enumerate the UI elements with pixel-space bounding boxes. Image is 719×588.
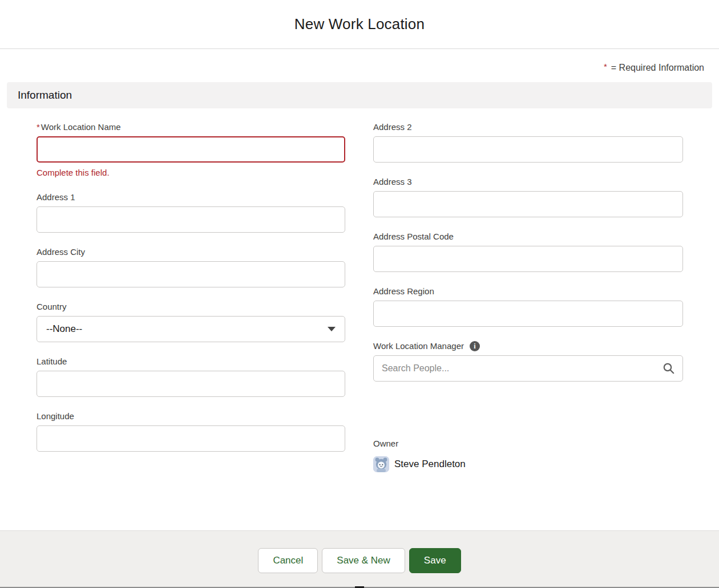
form-right-column: Address 2 Address 3 Address Postal Code … <box>373 122 683 472</box>
section-information: Information <box>7 82 712 108</box>
field-address3: Address 3 <box>373 177 683 217</box>
required-legend: *= Required Information <box>0 49 719 73</box>
address-postal-code-input[interactable] <box>373 246 683 272</box>
field-latitude: Latitude <box>37 356 345 397</box>
field-country: Country --None-- <box>37 302 345 342</box>
address2-label: Address 2 <box>373 122 683 132</box>
field-address2: Address 2 <box>373 122 683 163</box>
form-left-column: *Work Location Name Complete this field.… <box>37 122 345 472</box>
longitude-label: Longitude <box>37 411 345 421</box>
address-city-input[interactable] <box>37 261 345 287</box>
work-location-name-label: *Work Location Name <box>37 122 345 132</box>
work-location-manager-label: Work Location Manager <box>373 341 464 351</box>
address3-label: Address 3 <box>373 177 683 187</box>
address1-input[interactable] <box>37 206 345 233</box>
work-location-name-input[interactable] <box>37 136 345 163</box>
work-location-name-error: Complete this field. <box>37 168 345 178</box>
field-address-region: Address Region <box>373 286 683 327</box>
latitude-label: Latitude <box>37 356 345 367</box>
country-selected-value: --None-- <box>46 323 82 335</box>
cancel-button[interactable]: Cancel <box>258 548 318 573</box>
work-location-manager-search-input[interactable] <box>373 355 683 382</box>
form: *Work Location Name Complete this field.… <box>0 108 719 472</box>
required-asterisk: * <box>604 62 607 71</box>
country-label: Country <box>37 302 345 312</box>
country-select[interactable]: --None-- <box>37 316 345 342</box>
address3-input[interactable] <box>373 191 683 217</box>
save-button[interactable]: Save <box>409 548 461 573</box>
info-icon[interactable]: i <box>470 341 480 351</box>
owner-block: Owner Steve Pendleton <box>373 439 683 472</box>
address-city-label: Address City <box>37 247 345 257</box>
search-icon <box>663 362 675 377</box>
owner-label: Owner <box>373 439 683 449</box>
field-address1: Address 1 <box>37 192 345 233</box>
save-and-new-button[interactable]: Save & New <box>322 548 405 573</box>
field-address-city: Address City <box>37 247 345 287</box>
modal-footer: Cancel Save & New Save <box>0 530 719 588</box>
latitude-input[interactable] <box>37 371 345 397</box>
field-work-location-manager: Work Location Manager i <box>373 341 683 382</box>
chevron-down-icon <box>328 327 336 331</box>
address-postal-code-label: Address Postal Code <box>373 232 683 242</box>
longitude-input[interactable] <box>37 425 345 452</box>
address-region-label: Address Region <box>373 286 683 297</box>
field-required-asterisk: * <box>37 122 40 132</box>
address2-input[interactable] <box>373 136 683 163</box>
modal-header: New Work Location <box>0 0 719 49</box>
field-work-location-name: *Work Location Name Complete this field. <box>37 122 345 178</box>
address-region-input[interactable] <box>373 301 683 327</box>
required-legend-text: = Required Information <box>611 63 704 72</box>
page-title: New Work Location <box>294 15 425 33</box>
owner-name: Steve Pendleton <box>394 459 466 470</box>
field-address-postal-code: Address Postal Code <box>373 232 683 272</box>
section-title: Information <box>18 89 72 102</box>
address1-label: Address 1 <box>37 192 345 202</box>
field-longitude: Longitude <box>37 411 345 452</box>
avatar <box>373 456 389 472</box>
